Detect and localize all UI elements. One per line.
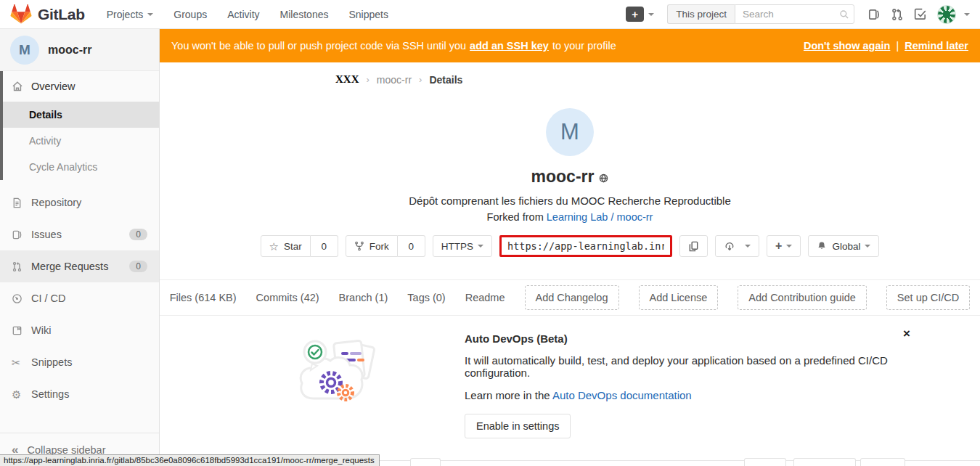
issues-count-badge: 0	[129, 229, 147, 240]
public-globe-icon	[599, 173, 608, 183]
sidebar-item-snippets[interactable]: ✂ Snippets	[0, 346, 159, 378]
fork-button[interactable]: Fork	[346, 235, 398, 257]
bell-icon	[817, 241, 827, 251]
nav-milestones[interactable]: Milestones	[280, 9, 329, 20]
setup-cicd-button[interactable]: Set up CI/CD	[886, 285, 970, 310]
chevron-down-icon	[745, 245, 751, 248]
user-menu[interactable]	[937, 5, 970, 24]
banner-text: You won't be able to pull or push projec…	[171, 40, 466, 52]
auto-devops-doc-link[interactable]: Auto DevOps documentation	[552, 389, 692, 401]
nav-snippets[interactable]: Snippets	[348, 9, 388, 20]
sidebar-item-cycle-analytics[interactable]: Cycle Analytics	[3, 154, 159, 180]
download-icon	[724, 240, 735, 252]
sidebar-item-wiki[interactable]: Wiki	[0, 314, 159, 346]
breadcrumb-project[interactable]: mooc-rr	[377, 74, 412, 86]
project-title: mooc-rr	[531, 167, 595, 187]
star-icon: ☆	[269, 241, 279, 252]
todos-icon[interactable]	[914, 8, 927, 21]
brand-name[interactable]: GitLab	[38, 6, 85, 23]
fork-icon	[354, 241, 364, 251]
partial-button[interactable]	[744, 458, 786, 466]
partial-button[interactable]	[793, 458, 856, 466]
user-avatar	[937, 5, 956, 24]
remind-later-link[interactable]: Remind later	[905, 40, 968, 52]
merge-requests-count-badge: 0	[129, 261, 147, 272]
forked-from-label: Forked from	[487, 211, 544, 223]
gear-icon: ⚙	[12, 389, 23, 400]
breadcrumb: XXX › mooc-rr › Details	[335, 73, 980, 86]
forked-from-link[interactable]: Learning Lab / mooc-rr	[547, 211, 653, 223]
nav-projects[interactable]: Projects	[107, 9, 154, 20]
download-dropdown[interactable]	[715, 235, 759, 257]
protocol-dropdown[interactable]: HTTPS	[433, 235, 492, 257]
issues-icon[interactable]	[867, 8, 881, 21]
auto-devops-title: Auto DevOps (Beta)	[465, 332, 944, 345]
main-content: XXX › mooc-rr › Details M mooc-rr Dépôt …	[160, 62, 980, 466]
fork-count[interactable]: 0	[398, 235, 425, 257]
banner-text-after: to your profile	[552, 40, 616, 52]
breadcrumb-separator: ›	[419, 74, 422, 85]
project-context[interactable]: M mooc-rr	[0, 29, 159, 71]
search-scope-label[interactable]: This project	[667, 4, 735, 24]
search-icon	[839, 9, 849, 20]
auto-devops-callout: Auto DevOps (Beta) It will automatically…	[160, 316, 980, 461]
search-input[interactable]	[735, 4, 854, 24]
add-license-button[interactable]: Add License	[639, 285, 719, 310]
auto-devops-description: It will automatically build, test, and d…	[465, 354, 944, 379]
chevron-down-icon	[786, 245, 792, 248]
sidebar-item-repository[interactable]: Repository	[0, 187, 159, 218]
project-name: mooc-rr	[48, 44, 91, 57]
copy-url-button[interactable]	[679, 235, 708, 257]
partial-button[interactable]	[860, 458, 905, 466]
breadcrumb-current: Details	[429, 74, 462, 86]
star-count[interactable]: 0	[311, 235, 338, 257]
new-menu-dropdown[interactable]: +	[626, 7, 654, 22]
chevron-down-icon	[478, 245, 483, 248]
sidebar-item-settings[interactable]: ⚙ Settings	[0, 378, 159, 410]
browser-status-bar: https://app-learninglab.inria.fr/gitlab/…	[0, 454, 380, 466]
gauge-icon	[12, 293, 23, 304]
notification-dropdown[interactable]: Global	[808, 235, 879, 257]
commits-link[interactable]: Commits (42)	[256, 292, 319, 303]
banner-separator: |	[896, 40, 899, 52]
sidebar-item-details[interactable]: Details	[3, 102, 159, 128]
nav-groups[interactable]: Groups	[173, 9, 207, 20]
learn-more-label: Learn more in the	[465, 389, 550, 401]
readme-link[interactable]: Readme	[465, 292, 505, 303]
project-avatar-small: M	[10, 36, 39, 65]
merge-request-icon[interactable]	[891, 8, 904, 21]
nav-activity[interactable]: Activity	[227, 9, 259, 20]
partial-button[interactable]	[410, 458, 441, 466]
home-icon	[12, 81, 23, 92]
files-link[interactable]: Files (614 KB)	[170, 292, 237, 303]
add-contribution-guide-button[interactable]: Add Contribution guide	[738, 285, 867, 310]
star-button[interactable]: ☆ Star	[261, 235, 311, 257]
close-icon[interactable]: ×	[903, 327, 910, 340]
issues-icon	[12, 229, 23, 240]
project-sidebar: M mooc-rr Overview Details Activity Cycl…	[0, 29, 160, 466]
top-navigation: GitLab Projects Groups Activity Mileston…	[0, 0, 980, 29]
sidebar-item-activity[interactable]: Activity	[3, 128, 159, 154]
branch-link[interactable]: Branch (1)	[339, 292, 388, 303]
breadcrumb-root[interactable]: XXX	[335, 73, 359, 86]
add-new-dropdown[interactable]: +	[767, 235, 801, 257]
dont-show-again-link[interactable]: Don't show again	[804, 40, 890, 52]
book-icon	[12, 325, 23, 336]
project-actions: ☆ Star 0 Fork 0 HTTPS	[160, 235, 980, 257]
sidebar-item-overview[interactable]: Overview	[3, 71, 159, 102]
sidebar-item-issues[interactable]: Issues 0	[0, 218, 159, 250]
plus-icon: +	[626, 7, 644, 22]
sidebar-item-ci-cd[interactable]: CI / CD	[0, 282, 159, 314]
project-description: Dépôt comprenant les fichiers du MOOC Re…	[160, 195, 980, 207]
chevron-down-icon	[865, 245, 870, 248]
tags-link[interactable]: Tags (0)	[407, 292, 445, 303]
sidebar-item-merge-requests[interactable]: Merge Requests 0	[0, 250, 159, 282]
add-changelog-button[interactable]: Add Changelog	[525, 285, 619, 310]
add-ssh-key-link[interactable]: add an SSH key	[470, 40, 549, 52]
document-icon	[12, 197, 23, 208]
enable-in-settings-button[interactable]: Enable in settings	[465, 414, 571, 438]
gitlab-logo-icon[interactable]	[10, 4, 32, 25]
clone-url-input[interactable]	[502, 237, 670, 255]
search-group: This project	[667, 4, 854, 24]
ssh-warning-banner: You won't be able to pull or push projec…	[160, 29, 980, 62]
